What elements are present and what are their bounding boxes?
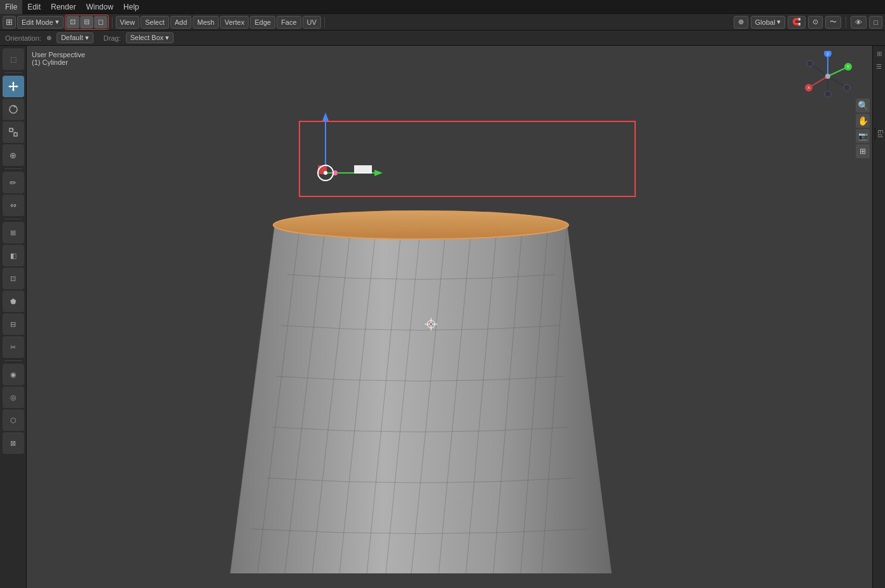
sep3 [846, 17, 846, 28]
proportional-size[interactable]: 〜 [825, 16, 841, 29]
svg-point-48 [430, 323, 432, 325]
move-tool[interactable] [3, 76, 24, 97]
svg-rect-8 [14, 133, 17, 136]
face-mode-btn[interactable]: ◻ [94, 16, 107, 29]
svg-point-47 [430, 323, 432, 325]
svg-line-30 [493, 224, 523, 573]
extrude-tool[interactable]: ◧ [3, 245, 24, 266]
xray-toggle[interactable]: □ [869, 16, 882, 29]
transform-orientation[interactable]: Global ▾ [751, 16, 786, 29]
svg-text:X: X [807, 86, 810, 90]
loop-cut-tool[interactable]: ⊟ [3, 313, 24, 335]
rotate-tool[interactable] [3, 99, 24, 120]
svg-point-63 [844, 85, 850, 91]
menu-file[interactable]: File [0, 0, 22, 14]
add-cube-tool[interactable]: ⊞ [3, 222, 24, 243]
inset-tool[interactable]: ⊡ [3, 268, 24, 289]
svg-rect-13 [27, 46, 217, 141]
measure-tool[interactable]: ⇔ [3, 195, 24, 216]
top-menu-bar: File Edit Render Window Help [0, 0, 885, 14]
shear-tool[interactable]: ⊠ [3, 432, 24, 454]
viewport[interactable]: User Perspective (1) Cylinder [27, 46, 872, 588]
svg-marker-38 [374, 170, 383, 176]
svg-marker-4 [8, 85, 11, 88]
transform-tool[interactable]: ⊕ [3, 144, 24, 166]
svg-line-27 [411, 224, 446, 573]
menu-edit[interactable]: Edit [22, 0, 46, 14]
svg-text:Z: Z [827, 52, 829, 56]
menu-render[interactable]: Render [46, 0, 81, 14]
svg-marker-5 [16, 85, 18, 88]
randomize-tool[interactable]: ◎ [3, 386, 24, 408]
shrink-fatten-tool[interactable]: ⬡ [3, 409, 24, 431]
viewport-grid[interactable]: ⊞ [856, 144, 870, 158]
svg-rect-39 [318, 165, 327, 174]
svg-marker-2 [12, 81, 15, 84]
cylinder-3d [205, 160, 637, 573]
viewport-zoom-in[interactable]: 🔍 [856, 99, 870, 113]
view-menu[interactable]: View [116, 16, 140, 29]
bevel-tool[interactable]: ⬟ [3, 291, 24, 312]
orientation-label: Orientation: [5, 34, 41, 42]
edge-menu[interactable]: Edge [250, 16, 275, 29]
orientation-value[interactable]: Default ▾ [57, 32, 93, 43]
viewport-hand[interactable]: ✋ [856, 114, 870, 128]
transform-widget [262, 109, 389, 238]
svg-line-55 [809, 76, 828, 88]
svg-point-40 [333, 170, 338, 175]
edge-mode-btn[interactable]: ⊟ [80, 16, 93, 29]
selection-box [299, 121, 636, 197]
sep2 [324, 17, 325, 28]
svg-point-53 [844, 63, 852, 71]
svg-marker-3 [12, 89, 15, 92]
viewport-object-label: (1) Cylinder [32, 58, 85, 66]
sidebar-sep4 [4, 360, 22, 361]
svg-line-62 [828, 76, 847, 88]
viewport-gizmo[interactable]: Z Y X [802, 51, 853, 102]
right-tool-2[interactable]: ☰ [874, 61, 884, 71]
svg-point-41 [318, 165, 333, 181]
svg-line-23 [312, 224, 351, 573]
svg-point-61 [807, 60, 813, 67]
select-menu[interactable]: Select [141, 16, 169, 29]
svg-line-20 [230, 224, 275, 573]
sidebar-sep3 [4, 219, 22, 219]
svg-line-52 [828, 67, 848, 76]
smooth-tool[interactable]: ◉ [3, 364, 24, 385]
edit-mode-selector[interactable]: Edit Mode ▾ [17, 16, 64, 29]
select-box-tool[interactable]: ⬚ [3, 48, 24, 70]
right-tool-1[interactable]: ⊞ [874, 48, 884, 58]
vertex-menu[interactable]: Vertex [220, 16, 249, 29]
left-sidebar: ⬚ ⊕ ✏ ⇔ ⊞ ◧ ⊡ ⬟ ⊟ ✂ ◉ ◎ ⬡ ⊠ [0, 46, 27, 588]
face-menu[interactable]: Face [277, 16, 301, 29]
sep1 [112, 17, 113, 28]
svg-marker-18 [230, 224, 612, 573]
svg-line-21 [257, 224, 300, 573]
svg-point-50 [824, 51, 832, 57]
uv-menu[interactable]: UV [303, 16, 321, 29]
3d-cursor [425, 318, 437, 331]
svg-line-60 [810, 64, 828, 76]
mesh-menu[interactable]: Mesh [193, 16, 219, 29]
snap-toggle[interactable]: 🧲 [788, 16, 806, 29]
annotate-tool[interactable]: ✏ [3, 172, 24, 193]
add-menu[interactable]: Add [170, 16, 192, 29]
transform-pivot[interactable]: ⊕ [734, 16, 748, 29]
svg-marker-36 [322, 113, 329, 121]
svg-line-26 [386, 224, 421, 573]
scale-tool[interactable] [3, 121, 24, 143]
svg-rect-11 [27, 46, 217, 141]
mode-icon: ⊞ [3, 16, 16, 29]
svg-point-33 [273, 211, 568, 239]
vertex-mode-btn[interactable]: ⊡ [66, 16, 79, 29]
knife-tool[interactable]: ✂ [3, 336, 24, 358]
drag-value[interactable]: Select Box ▾ [126, 32, 174, 43]
viewport-camera[interactable]: 📷 [856, 129, 870, 143]
viewport-perspective-label: User Perspective [32, 51, 85, 58]
svg-line-25 [367, 224, 402, 573]
menu-help[interactable]: Help [118, 0, 144, 14]
overlay-toggle[interactable]: 👁 [851, 16, 867, 29]
svg-point-6 [10, 106, 17, 113]
menu-window[interactable]: Window [81, 0, 118, 14]
proportional-edit[interactable]: ⊙ [808, 16, 823, 29]
